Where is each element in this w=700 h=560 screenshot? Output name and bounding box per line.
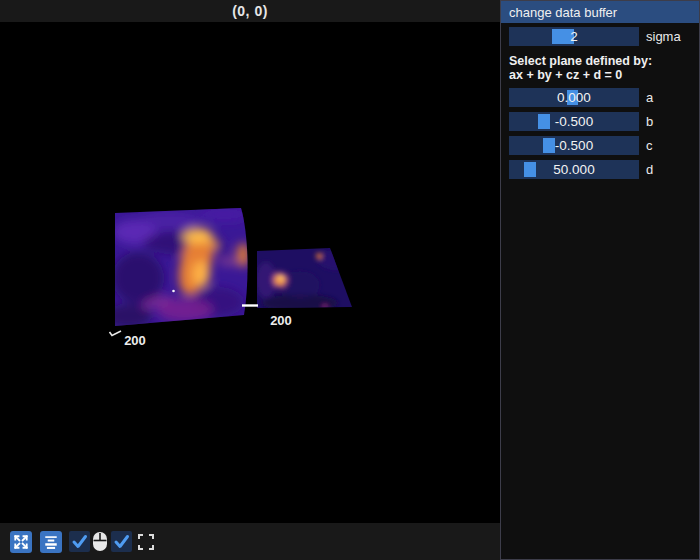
c-slider-value: -0.500	[509, 136, 639, 155]
slider-row-a: 0.000 a	[509, 88, 691, 107]
fullscreen-icon[interactable]	[138, 534, 154, 550]
maintain-aspect-checkbox[interactable]	[111, 531, 132, 552]
a-slider-label: a	[646, 90, 653, 105]
c-slider-label: c	[646, 138, 653, 153]
plot-toolbar	[0, 523, 500, 560]
expand-arrows-icon	[12, 533, 30, 551]
b-slider-label: b	[646, 114, 653, 129]
align-center-icon	[42, 533, 60, 551]
checkmark-icon	[111, 531, 132, 552]
subplot-title: (0, 0)	[232, 3, 268, 19]
subplot-title-bar: (0, 0)	[0, 0, 500, 22]
b-slider-value: -0.500	[509, 112, 639, 131]
slider-row-d: 50.000 d	[509, 160, 691, 179]
panel-title-bar[interactable]: change data buffer	[501, 1, 699, 23]
checkmark-icon	[69, 531, 90, 552]
a-slider-value: 0.000	[509, 88, 639, 107]
slider-row-c: -0.500 c	[509, 136, 691, 155]
volume-slice-large[interactable]	[104, 203, 256, 333]
mouse-icon	[92, 531, 108, 552]
b-slider[interactable]: -0.500	[509, 112, 639, 131]
application-window: (0, 0)	[0, 0, 700, 560]
d-slider-label: d	[646, 162, 653, 177]
settings-panel: change data buffer 2 sigma Select plane …	[500, 0, 700, 560]
sigma-slider[interactable]: 2	[509, 27, 639, 46]
autoscale-button[interactable]	[10, 531, 32, 553]
axis-corner-tick	[110, 331, 122, 336]
d-slider-value: 50.000	[509, 160, 639, 179]
center-scene-button[interactable]	[40, 531, 62, 553]
slider-row-sigma: 2 sigma	[509, 27, 691, 46]
plane-equation-heading: Select plane defined by: ax + by + cz + …	[509, 54, 691, 82]
sigma-slider-value: 2	[509, 27, 639, 46]
tick-label-small-slice: 200	[270, 313, 292, 328]
plot-viewport: (0, 0)	[0, 0, 500, 560]
volume-slice-small[interactable]	[255, 246, 355, 312]
a-slider[interactable]: 0.000	[509, 88, 639, 107]
sigma-slider-label: sigma	[646, 29, 681, 44]
slider-row-b: -0.500 b	[509, 112, 691, 131]
tick-label-large-slice: 200	[124, 333, 146, 348]
d-slider[interactable]: 50.000	[509, 160, 639, 179]
controller-checkbox[interactable]	[69, 531, 90, 552]
scene-canvas[interactable]: 200 200	[0, 0, 500, 560]
panel-title: change data buffer	[509, 5, 617, 20]
c-slider[interactable]: -0.500	[509, 136, 639, 155]
panel-body: 2 sigma Select plane defined by: ax + by…	[501, 23, 699, 192]
